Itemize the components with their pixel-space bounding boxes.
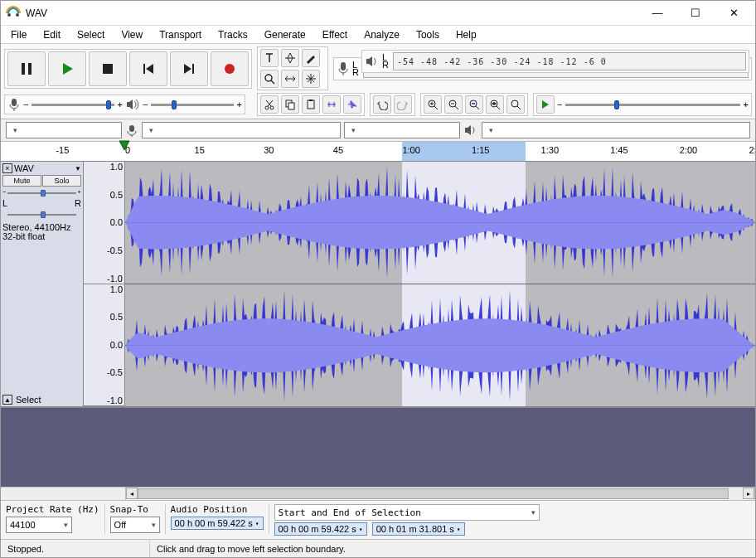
audio-position-field[interactable]: 00 h 00 m 59.422 s [171, 517, 264, 530]
edit-toolbar [257, 93, 365, 116]
audio-host-combo[interactable] [6, 122, 122, 138]
trim-button[interactable] [322, 95, 341, 114]
svg-rect-6 [192, 64, 194, 74]
timeshift-tool-button[interactable] [281, 70, 299, 88]
scroll-right-button[interactable]: ▸ [743, 488, 754, 499]
selection-mode-combo[interactable]: Start and End of Selection [274, 504, 540, 521]
zoom-toggle-button[interactable] [506, 95, 525, 114]
record-channels-combo[interactable] [344, 122, 460, 138]
record-volume-slider[interactable]: −+ [23, 99, 123, 109]
track-close-button[interactable]: × [2, 163, 12, 173]
svg-rect-11 [12, 99, 17, 106]
timeline-ruler[interactable]: -15 0 15 30 45 1:00 1:15 1:30 1:45 2:00 … [1, 142, 755, 162]
svg-point-12 [265, 106, 269, 109]
undo-button[interactable] [373, 95, 391, 114]
status-state: Stopped. [1, 540, 150, 557]
title-bar: WAV — ☐ ✕ [1, 1, 755, 26]
playback-volume-slider[interactable]: −+ [143, 99, 242, 109]
pause-button[interactable] [7, 51, 46, 86]
menu-view[interactable]: View [116, 27, 148, 42]
multi-tool-button[interactable] [302, 70, 320, 88]
speaker-icon [365, 55, 380, 68]
svg-rect-17 [309, 99, 313, 101]
skip-start-button[interactable] [129, 51, 167, 86]
project-rate-label: Project Rate (Hz) [6, 504, 99, 515]
selection-tool-button[interactable] [260, 49, 279, 67]
menu-edit[interactable]: Edit [38, 27, 65, 42]
maximize-button[interactable]: ☐ [687, 7, 704, 19]
play-at-speed-button[interactable] [536, 95, 555, 114]
microphone-icon [7, 97, 21, 112]
svg-point-1 [16, 13, 19, 17]
paste-button[interactable] [302, 95, 320, 114]
tools-toolbar [257, 46, 328, 90]
snap-combo[interactable]: Off [110, 517, 160, 533]
scroll-left-button[interactable]: ◂ [126, 488, 138, 499]
solo-button[interactable]: Solo [42, 175, 81, 187]
zoom-selection-button[interactable] [465, 95, 483, 114]
transport-toolbar [4, 49, 252, 89]
playback-meter[interactable]: -54 -48 -42 -36 -30 -24 -18 -12 -6 0 [393, 52, 746, 70]
scrollbar-thumb[interactable] [138, 488, 729, 499]
record-device-combo[interactable] [142, 122, 341, 138]
draw-tool-button[interactable] [302, 49, 320, 67]
zoom-tool-button[interactable] [260, 70, 279, 88]
skip-end-button[interactable] [170, 51, 208, 86]
track-pan-slider[interactable] [2, 210, 81, 220]
menu-tools[interactable]: Tools [411, 27, 444, 42]
menu-transport[interactable]: Transport [154, 27, 206, 42]
selection-start-field[interactable]: 00 h 00 m 59.422 s [274, 522, 367, 536]
vertical-scale[interactable]: 1.00.50.0-0.5-1.0 1.00.50.0-0.5-1.0 [84, 162, 125, 406]
horizontal-scrollbar[interactable]: ◂ ▸ [1, 487, 755, 500]
audio-position-label: Audio Position [171, 504, 264, 515]
zoom-in-button[interactable] [424, 95, 442, 114]
copy-button[interactable] [281, 95, 299, 114]
play-button[interactable] [48, 51, 86, 86]
envelope-tool-button[interactable] [281, 49, 299, 67]
project-rate-combo[interactable]: 44100 [6, 517, 72, 533]
stop-button[interactable] [89, 51, 127, 86]
zoom-out-button[interactable] [444, 95, 463, 114]
track-gain-slider[interactable]: −+ [2, 188, 81, 198]
playback-device-combo[interactable] [482, 122, 750, 138]
menu-help[interactable]: Help [451, 27, 482, 42]
svg-line-9 [271, 80, 274, 84]
record-button[interactable] [211, 51, 249, 86]
track-menu-button[interactable]: ▼ [75, 165, 81, 172]
track-row: × WAV ▼ Mute Solo −+ LR Stereo, 44100Hz … [1, 162, 755, 408]
window-title: WAV [26, 7, 649, 19]
minimize-button[interactable]: — [649, 7, 666, 19]
selection-end-field[interactable]: 00 h 01 m 31.801 s [372, 522, 465, 536]
status-bar: Stopped. Click and drag to move left sel… [1, 539, 755, 557]
toolbars: LR -54 -48 - Click to Start Monitoring 8… [1, 44, 755, 119]
menu-select[interactable]: Select [72, 27, 109, 42]
svg-point-8 [265, 75, 272, 81]
speaker-icon [463, 124, 478, 137]
menu-analyze[interactable]: Analyze [359, 27, 405, 42]
mute-button[interactable]: Mute [2, 175, 41, 187]
playback-speed-slider[interactable]: −+ [557, 99, 749, 109]
track-control-panel: × WAV ▼ Mute Solo −+ LR Stereo, 44100Hz … [1, 162, 84, 406]
redo-button[interactable] [394, 95, 412, 114]
fit-project-button[interactable] [486, 95, 504, 114]
silence-button[interactable] [343, 95, 361, 114]
menu-generate[interactable]: Generate [259, 27, 311, 42]
menu-tracks[interactable]: Tracks [213, 27, 253, 42]
svg-point-23 [511, 100, 518, 107]
svg-rect-24 [129, 125, 134, 132]
waveform-canvas[interactable] [125, 162, 755, 406]
meter-channels-label: LR [382, 54, 390, 69]
svg-rect-15 [288, 103, 294, 109]
device-toolbar [1, 119, 755, 142]
menu-effect[interactable]: Effect [317, 27, 352, 42]
meter-channels-label: LR [352, 61, 361, 76]
cut-button[interactable] [260, 95, 279, 114]
svg-rect-2 [22, 63, 25, 75]
track-select-button[interactable]: Select [16, 395, 41, 405]
menu-file[interactable]: File [6, 27, 32, 42]
close-button[interactable]: ✕ [725, 7, 742, 19]
svg-point-13 [270, 106, 274, 109]
track-collapse-button[interactable]: ▲ [2, 395, 12, 405]
empty-tracks-area[interactable] [1, 408, 755, 487]
svg-rect-10 [341, 62, 346, 70]
